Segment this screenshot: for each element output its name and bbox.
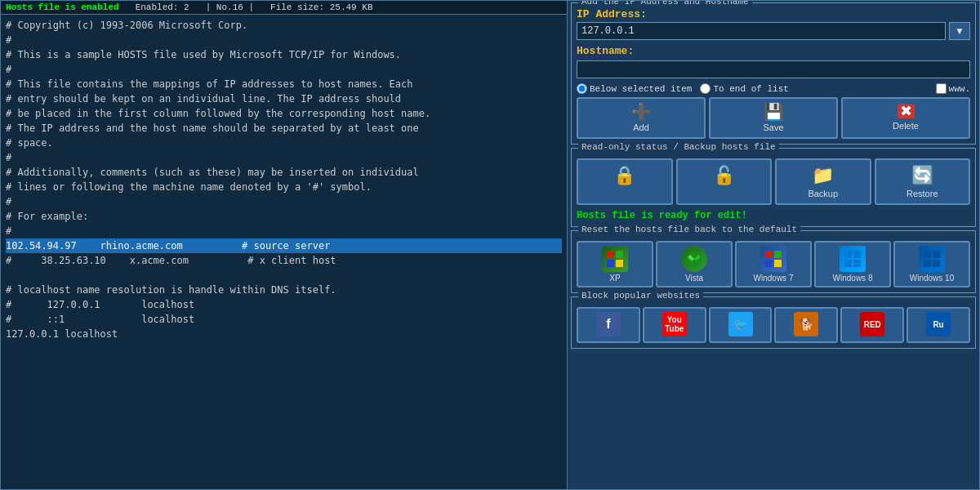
- svg-rect-14: [853, 260, 861, 267]
- hosts-line-13[interactable]: # For example:: [6, 209, 562, 224]
- hosts-line-18[interactable]: # localhost name resolution is handle wi…: [6, 283, 562, 297]
- red-icon: RED: [860, 312, 884, 336]
- reset-buttons: XP Vista: [577, 241, 970, 287]
- hosts-line-4[interactable]: # This file contains the mappings of IP …: [6, 77, 562, 91]
- save-icon: 💾: [764, 104, 784, 120]
- svg-rect-17: [924, 260, 931, 267]
- reset-section: Reset the hosts file back to the default…: [571, 230, 976, 293]
- add-button[interactable]: ➕ Add: [577, 97, 706, 139]
- hosts-line-11[interactable]: # lines or following the machine name de…: [6, 180, 562, 194]
- svg-rect-18: [933, 260, 940, 267]
- right-panel: Add the IP Address and Hostname IP Addre…: [568, 0, 980, 490]
- hosts-line-0[interactable]: # Copyright (c) 1993-2006 Microsoft Corp…: [6, 18, 562, 33]
- reset-section-title: Reset the hosts file back to the default: [578, 225, 800, 234]
- radio-row: Below selected item To end of list www.: [577, 83, 970, 94]
- svg-rect-10: [774, 260, 782, 267]
- hosts-line-14[interactable]: #: [6, 224, 562, 238]
- winvista-icon: [681, 246, 707, 272]
- add-section: Add the IP Address and Hostname IP Addre…: [571, 2, 976, 145]
- ip-label: IP Address:: [577, 8, 970, 20]
- svg-rect-13: [844, 260, 852, 267]
- hostname-input[interactable]: [577, 60, 970, 78]
- restore-button[interactable]: 🔄 Restore: [875, 158, 971, 205]
- hosts-line-17[interactable]: [6, 268, 562, 283]
- reset-win8-button[interactable]: Windows 8: [814, 241, 891, 287]
- hostname-label: Hostname:: [577, 45, 970, 57]
- reset-win10-button[interactable]: Windows 10: [893, 241, 970, 287]
- status-bar: Hosts file is enabled Enabled: 2 | No.16…: [1, 1, 567, 15]
- ru-icon: Ru: [926, 312, 951, 336]
- reset-xp-button[interactable]: XP: [577, 241, 653, 287]
- www-checkbox[interactable]: [936, 83, 947, 94]
- dog-icon: 🐕: [794, 312, 818, 336]
- delete-button[interactable]: ✖ Delete: [841, 97, 970, 139]
- block-dog-button[interactable]: 🐕: [774, 307, 838, 343]
- svg-rect-15: [924, 251, 931, 258]
- hosts-line-5[interactable]: # entry should be kept on an individual …: [6, 91, 562, 106]
- status-count: Enabled: 2: [136, 2, 189, 12]
- status-filesize: File size: 25.49 KB: [270, 2, 372, 12]
- status-number: | No.16 |: [206, 2, 254, 12]
- hosts-line-21[interactable]: 127.0.0.1 localhost: [6, 327, 562, 341]
- reset-vista-button[interactable]: Vista: [656, 241, 733, 287]
- add-section-title: Add the IP Address and Hostname: [578, 0, 752, 7]
- action-buttons: ➕ Add 💾 Save ✖ Delete: [577, 97, 970, 139]
- svg-rect-7: [765, 251, 773, 258]
- hosts-line-12[interactable]: #: [6, 194, 562, 209]
- backup-button[interactable]: 📁 Backup: [775, 158, 871, 205]
- block-red-button[interactable]: RED: [840, 307, 904, 343]
- radio-below[interactable]: Below selected item: [577, 83, 692, 94]
- lock-gray-button[interactable]: 🔓: [676, 158, 773, 205]
- hosts-line-10[interactable]: # Additionally, comments (such as these)…: [6, 165, 562, 180]
- hosts-line-8[interactable]: # space.: [6, 136, 562, 150]
- svg-rect-9: [765, 260, 773, 267]
- add-icon: ➕: [631, 104, 652, 120]
- www-label: www.: [936, 83, 970, 94]
- save-button[interactable]: 💾 Save: [709, 97, 838, 139]
- svg-rect-12: [853, 251, 861, 258]
- left-panel: Hosts file is enabled Enabled: 2 | No.16…: [0, 0, 568, 490]
- block-section: Block popular websites f YouTube 🐦 🐕 RED…: [571, 296, 976, 349]
- radio-end[interactable]: To end of list: [700, 83, 788, 94]
- svg-rect-11: [844, 251, 852, 258]
- hosts-line-3[interactable]: #: [6, 62, 562, 77]
- hosts-line-20[interactable]: # ::1 localhost: [6, 312, 562, 327]
- readonly-section: Read-only status / Backup hosts file 🔒 🔓…: [571, 148, 976, 227]
- win10-icon: [919, 246, 945, 272]
- status-enabled-text: Hosts file is enabled: [6, 2, 119, 12]
- svg-rect-0: [607, 251, 614, 258]
- hosts-line-1[interactable]: #: [6, 33, 562, 47]
- lock-red-button[interactable]: 🔒: [577, 158, 673, 205]
- block-ru-button[interactable]: Ru: [906, 307, 970, 343]
- hosts-line-2[interactable]: # This is a sample HOSTS file used by Mi…: [6, 47, 562, 62]
- win7-icon: [760, 246, 786, 272]
- lock-buttons: 🔒 🔓 📁 Backup 🔄 Restore: [577, 158, 970, 205]
- block-youtube-button[interactable]: YouTube: [643, 307, 706, 343]
- twitter-icon: 🐦: [728, 312, 753, 336]
- svg-rect-8: [774, 251, 782, 258]
- block-section-title: Block popular websites: [578, 291, 703, 301]
- winxp-icon: [602, 246, 628, 272]
- hosts-line-16[interactable]: # 38.25.63.10 x.acme.com # x client host: [6, 253, 562, 268]
- lock-red-icon: 🔒: [613, 165, 635, 186]
- hosts-line-15[interactable]: 102.54.94.97 rhino.acme.com # source ser…: [6, 238, 562, 253]
- hosts-content[interactable]: # Copyright (c) 1993-2006 Microsoft Corp…: [1, 15, 567, 489]
- hosts-line-19[interactable]: # 127.0.0.1 localhost: [6, 297, 562, 312]
- svg-rect-16: [933, 251, 940, 258]
- block-twitter-button[interactable]: 🐦: [709, 307, 773, 343]
- restore-icon: 🔄: [911, 165, 933, 186]
- hosts-line-9[interactable]: #: [6, 150, 562, 165]
- readonly-section-title: Read-only status / Backup hosts file: [578, 142, 779, 152]
- facebook-icon: f: [596, 312, 621, 336]
- youtube-icon: YouTube: [662, 312, 687, 336]
- backup-icon: 📁: [812, 165, 834, 186]
- ip-input[interactable]: [577, 22, 946, 40]
- ready-text: Hosts file is ready for edit!: [577, 210, 970, 221]
- ip-dropdown-button[interactable]: ▼: [949, 22, 970, 40]
- block-facebook-button[interactable]: f: [577, 307, 640, 343]
- svg-rect-2: [607, 260, 614, 267]
- hosts-line-7[interactable]: # The IP address and the host name shoul…: [6, 121, 562, 136]
- lock-gray-icon: 🔓: [713, 165, 735, 186]
- hosts-line-6[interactable]: # be placed in the first column followed…: [6, 106, 562, 121]
- reset-win7-button[interactable]: Windows 7: [735, 241, 812, 287]
